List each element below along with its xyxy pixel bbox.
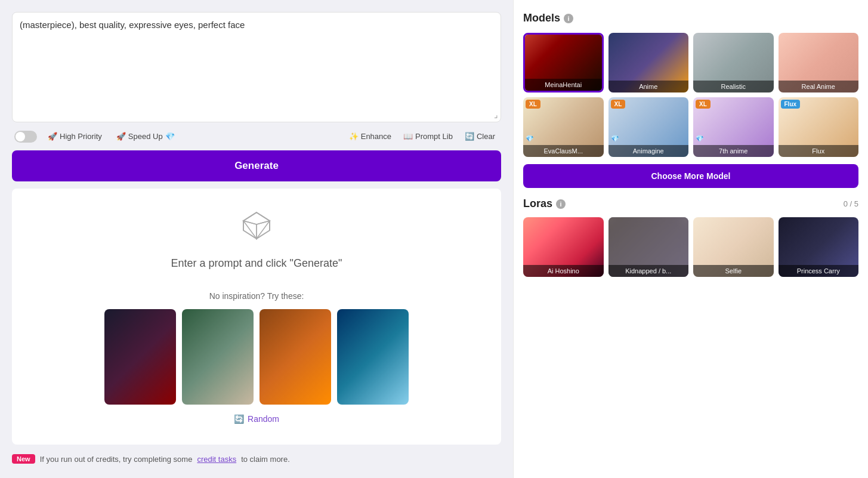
model-card-animagine[interactable]: XL 💎 Animagine (608, 97, 689, 157)
rocket-icon: 🚀 (48, 132, 57, 141)
generate-label: Generate (234, 160, 279, 171)
prompt-textarea[interactable] (20, 20, 493, 112)
resize-handle[interactable]: ⌟ (494, 110, 498, 119)
lora-kidnapped-label: Kidnapped / b... (608, 265, 689, 277)
choose-model-label: Choose More Model (651, 171, 730, 181)
evaclaus-xl-badge: XL (526, 100, 540, 109)
priority-toggle[interactable] (14, 131, 37, 143)
loras-grid: Ai Hoshino Kidnapped / b... Selfie Princ… (523, 217, 858, 277)
refresh-icon: 🔄 (465, 132, 474, 141)
inspiration-image-4[interactable] (337, 309, 409, 405)
lora-princess-carry-label: Princess Carry (779, 265, 859, 277)
diamond-icon-speed: 💎 (165, 132, 175, 141)
toolbar: 🚀 High Priority 🚀 Speed Up 💎 ✨ Enhance 📖… (12, 129, 501, 143)
loras-section-title: Loras i (523, 198, 566, 210)
lora-ai-hoshino-label: Ai Hoshino (523, 265, 604, 277)
models-info-icon[interactable]: i (564, 14, 573, 23)
speed-icon: 🚀 (116, 132, 126, 141)
speed-up-label: Speed Up (128, 132, 163, 141)
model-evaclaus-label: EvaClausM... (523, 145, 604, 157)
inspiration-image-1[interactable] (104, 309, 176, 405)
enhance-label: Enhance (361, 132, 391, 141)
models-section-title: Models i (523, 12, 858, 24)
empty-state-text: Enter a prompt and click "Generate" (171, 257, 342, 270)
prompt-lib-label: Prompt Lib (415, 132, 453, 141)
new-badge: New (12, 454, 35, 464)
flux-badge: Flux (781, 100, 801, 109)
random-icon: 🔄 (234, 414, 244, 424)
loras-title-text: Loras (523, 198, 552, 210)
model-card-realistic[interactable]: Realistic (693, 33, 774, 92)
loras-count: 0 / 5 (844, 199, 858, 208)
high-priority-label: High Priority (60, 132, 102, 141)
model-card-meinah[interactable]: MeinaHentai (523, 33, 604, 92)
generate-button[interactable]: Generate (12, 150, 501, 181)
clear-label: Clear (477, 132, 495, 141)
model-card-realanime[interactable]: Real Anime (779, 33, 859, 92)
animagine-diamond-badge: 💎 (611, 135, 619, 143)
model-card-7thanime[interactable]: XL 💎 7th anime (693, 97, 774, 157)
prompt-box: ⌟ (12, 12, 501, 122)
animagine-xl-badge: XL (611, 100, 626, 109)
toolbar-right: ✨ Enhance 📖 Prompt Lib 🔄 Clear (345, 129, 499, 143)
svg-marker-2 (243, 221, 257, 239)
models-grid: MeinaHentai Anime Realistic Real Anime X… (523, 33, 858, 157)
7thanime-xl-badge: XL (696, 100, 711, 109)
loras-header: Loras i 0 / 5 (523, 198, 858, 210)
credit-tasks-link[interactable]: credit tasks (197, 455, 236, 464)
model-meinah-label: MeinaHentai (525, 79, 602, 91)
sparkle-icon: ✨ (349, 132, 359, 141)
book-icon: 📖 (403, 132, 413, 141)
random-label: Random (248, 414, 279, 424)
enhance-button[interactable]: ✨ Enhance (345, 129, 395, 143)
right-panel: Models i MeinaHentai Anime Realistic Rea… (513, 0, 868, 478)
lora-selfie-label: Selfie (693, 265, 774, 277)
inspiration-image-3[interactable] (260, 309, 331, 405)
choose-more-model-button[interactable]: Choose More Model (523, 164, 858, 188)
random-button[interactable]: 🔄 Random (234, 414, 279, 424)
lora-card-kidnapped[interactable]: Kidnapped / b... (608, 217, 689, 277)
notice-text: If you run out of credits, try completin… (40, 455, 193, 464)
model-7thanime-label: 7th anime (693, 145, 774, 157)
left-panel: ⌟ 🚀 High Priority 🚀 Speed Up 💎 ✨ Enhance… (0, 0, 513, 478)
inspiration-image-2[interactable] (182, 309, 254, 405)
svg-marker-3 (257, 221, 270, 239)
svg-marker-1 (243, 212, 270, 224)
evaclaus-diamond-badge: 💎 (526, 135, 534, 143)
empty-state: Enter a prompt and click "Generate" No i… (12, 189, 501, 445)
model-card-evaclaus[interactable]: XL 💎 EvaClausM... (523, 97, 604, 157)
toolbar-left: 🚀 High Priority 🚀 Speed Up 💎 (14, 129, 178, 143)
model-anime-label: Anime (608, 81, 689, 92)
model-animagine-label: Animagine (608, 145, 689, 157)
prompt-lib-button[interactable]: 📖 Prompt Lib (400, 129, 456, 143)
7thanime-diamond-badge: 💎 (696, 135, 704, 143)
notice-bar: New If you run out of credits, try compl… (12, 452, 501, 466)
models-title-text: Models (523, 12, 560, 24)
model-card-flux[interactable]: Flux Flux (779, 97, 859, 157)
model-realanime-label: Real Anime (779, 81, 859, 92)
notice-suffix: to claim more. (241, 455, 290, 464)
speed-up-button[interactable]: 🚀 Speed Up 💎 (113, 129, 178, 143)
empty-diamond-icon (241, 210, 272, 248)
inspiration-label: No inspiration? Try these: (209, 291, 304, 301)
lora-card-ai-hoshino[interactable]: Ai Hoshino (523, 217, 604, 277)
model-realistic-label: Realistic (693, 81, 774, 92)
high-priority-button[interactable]: 🚀 High Priority (44, 129, 106, 143)
lora-card-selfie[interactable]: Selfie (693, 217, 774, 277)
model-card-anime[interactable]: Anime (608, 33, 689, 92)
model-flux-label: Flux (779, 145, 859, 157)
clear-button[interactable]: 🔄 Clear (461, 129, 499, 143)
loras-info-icon[interactable]: i (556, 199, 566, 209)
inspiration-grid (104, 309, 409, 405)
lora-card-princess-carry[interactable]: Princess Carry (779, 217, 859, 277)
